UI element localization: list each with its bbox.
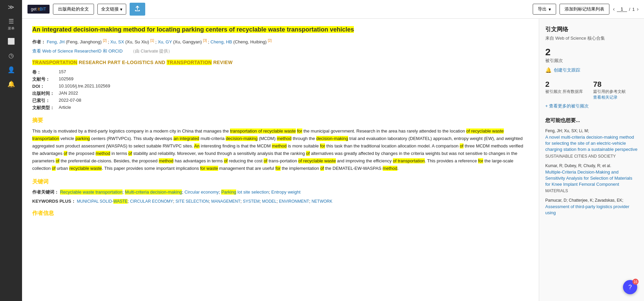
author-feng[interactable]: Feng, JH: [47, 40, 65, 45]
prev-page-button[interactable]: ‹: [613, 6, 614, 12]
total-pages: 1: [632, 7, 634, 12]
kw-entropy[interactable]: Entropy weight: [271, 189, 301, 195]
kwp-system[interactable]: SYSTEM: [243, 199, 260, 204]
bell-icon: 🔔: [545, 67, 552, 73]
rec-item-1: Feng, JH; Xu, SX; Li, M; A novel multi-c…: [545, 128, 638, 159]
cited-label: 被引频次: [545, 58, 638, 64]
from-wos-label: 来自 Web of Science 核心合集: [545, 35, 638, 41]
export-button[interactable]: 导出 ▾: [533, 4, 556, 15]
help-button[interactable]: ? 16: [623, 280, 637, 294]
full-text-link-button[interactable]: 全文链接 ▾: [97, 4, 126, 15]
export-dropdown-icon: ▾: [549, 7, 551, 12]
upload-button[interactable]: [130, 3, 145, 16]
researcher-id-line: 查看 Web of Science ResearcherID 和 ORCID （…: [32, 48, 529, 54]
counts-row: 2 被引频次 所有数据库 78 篇引用的参考文献 查看相关记录: [545, 80, 638, 100]
rec-item-3: Pamucar, D; Chatterjee, K; Zavadskas, EK…: [545, 198, 638, 216]
cited-count: 2: [545, 47, 638, 58]
get-it-bit-button[interactable]: get itBIT: [27, 5, 50, 14]
kwp-env[interactable]: ENVIRONMENT: [279, 199, 309, 204]
topbar: get itBIT 出版商处的全文 全文链接 ▾ 导出 ▾ 添加到标记结果列表 …: [22, 0, 644, 19]
rec-title-1[interactable]: A novel multi-criteria decision-making m…: [545, 134, 638, 153]
recommend-title: 您可能也想要...: [545, 117, 638, 124]
more-cited-link[interactable]: + 查看更多的被引频次: [545, 103, 638, 109]
menu-btn[interactable]: ☰ 菜单: [8, 18, 15, 31]
rec-title-2[interactable]: Multiple-Criteria Decision-Making and Se…: [545, 169, 638, 188]
author-xu-sx[interactable]: Xu, SX: [110, 40, 124, 45]
help-icon: ?: [628, 284, 632, 291]
kwp-site[interactable]: SITE SELECTION: [175, 199, 209, 204]
kwp-mgmt[interactable]: MANAGEMENT: [211, 199, 240, 204]
kwp-solid-waste[interactable]: MUNICIPAL SOLID-WASTE: [77, 199, 128, 204]
next-page-button[interactable]: ›: [637, 6, 639, 12]
rec-title-3[interactable]: Assessment of third-party logistics prov…: [545, 204, 638, 216]
author-xu-gy[interactable]: Xu, GY: [158, 40, 172, 45]
main-container: get itBIT 出版商处的全文 全文链接 ▾ 导出 ▾ 添加到标记结果列表 …: [22, 0, 644, 301]
abstract-text: This study is motivated by a third-party…: [32, 127, 529, 173]
kw-circular[interactable]: Circular economy: [185, 189, 219, 195]
dropdown-arrow-icon: ▾: [120, 7, 122, 12]
author-info-title: 作者信息: [32, 210, 529, 217]
help-badge: 16: [632, 279, 639, 285]
kwp-model[interactable]: MODEL: [262, 199, 277, 204]
kwp-circular[interactable]: CIRCULAR ECONOMY: [130, 199, 173, 204]
content-area: An integrated decision-making method for…: [22, 19, 644, 301]
meta-table: 卷： 157 文献号： 102569 DOI： 10.1016/j.tre.20…: [32, 69, 529, 111]
kw-mcdm[interactable]: Multi-criteria decision-making: [125, 189, 182, 195]
view-related-link[interactable]: 查看相关记录: [593, 95, 618, 100]
article-title: An integrated decision-making method for…: [32, 26, 354, 33]
researcher-id-link[interactable]: 查看 Web of Science ResearcherID 和 ORCID: [32, 48, 122, 54]
authors-line: 作者： Feng, JH (Feng, Jianghong) [2] ; Xu,…: [32, 39, 529, 45]
topbar-right: 导出 ▾ 添加到标记结果列表 ‹ / 1 ›: [533, 4, 639, 15]
expand-sidebar-btn[interactable]: ≫: [8, 3, 14, 11]
left-sidebar: ≫ ☰ 菜单 ⬜ ◷ 👤 🔔: [0, 0, 22, 301]
citation-network-title: 引文网络: [545, 25, 638, 33]
rec-item-2: Kumar, R; Dubey, R; Chudy, R; et al. Mul…: [545, 163, 638, 194]
author-cheng[interactable]: Cheng, HB: [210, 40, 232, 45]
add-to-result-button[interactable]: 添加到标记结果列表: [560, 4, 609, 15]
create-citation-tracking-link[interactable]: 🔔 创建引文跟踪: [545, 67, 638, 73]
right-sidebar: 引文网络 来自 Web of Science 核心合集 2 被引频次 🔔 创建引…: [539, 19, 644, 301]
bell-sidebar-btn[interactable]: 🔔: [7, 80, 15, 88]
article-content: An integrated decision-making method for…: [22, 19, 539, 301]
publisher-full-text-button[interactable]: 出版商处的全文: [53, 4, 94, 15]
keywords-title: 关键词: [32, 178, 529, 185]
abstract-title: 摘要: [32, 117, 529, 124]
keywords-section: 作者关键词： Recyclable waste transportation; …: [32, 189, 529, 205]
user-btn[interactable]: 👤: [7, 66, 15, 74]
menu-label: 菜单: [8, 26, 15, 31]
pagination: ‹ / 1 ›: [613, 6, 639, 12]
kw-parking[interactable]: Parking lot site selection: [221, 189, 269, 195]
page-input[interactable]: [617, 6, 627, 12]
journal-name: TRANSPORTATION RESEARCH PART E-LOGISTICS…: [32, 60, 529, 65]
folder-btn[interactable]: ⬜: [7, 38, 15, 45]
ref-count-block: 78 篇引用的参考文献 查看相关记录: [593, 80, 626, 100]
cited-all-db-block: 2 被引频次 所有数据库: [545, 80, 583, 100]
history-btn[interactable]: ◷: [8, 52, 14, 59]
kw-recyclable-waste[interactable]: Recyclable waste transportation: [60, 189, 122, 195]
kwp-network[interactable]: NETWORK: [311, 199, 332, 204]
